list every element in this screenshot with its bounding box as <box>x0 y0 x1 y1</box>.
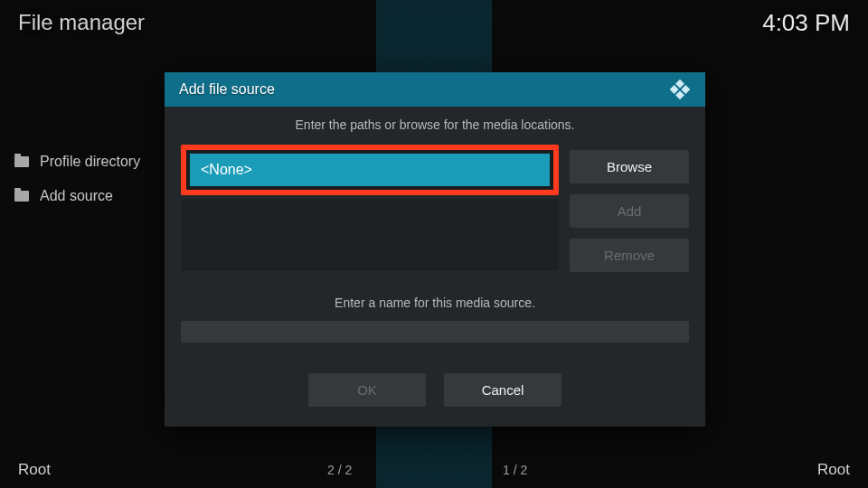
add-button[interactable]: Add <box>570 194 689 228</box>
name-instruction: Enter a name for this media source. <box>181 296 689 310</box>
name-input[interactable] <box>181 321 689 343</box>
remove-button[interactable]: Remove <box>570 239 689 272</box>
dialog-body: Enter the paths or browse for the media … <box>165 107 705 427</box>
path-list-empty-area[interactable] <box>181 199 559 271</box>
svg-rect-0 <box>675 80 684 89</box>
dialog-overlay: Add file source Enter the paths or brows… <box>0 0 868 488</box>
path-section: <None> Browse Add Remove <box>181 145 689 272</box>
path-input[interactable]: <None> <box>190 154 550 186</box>
dialog-title: Add file source <box>179 81 275 98</box>
svg-rect-3 <box>675 90 684 99</box>
path-instruction: Enter the paths or browse for the media … <box>181 117 689 132</box>
add-file-source-dialog: Add file source Enter the paths or brows… <box>165 72 705 427</box>
kodi-logo-icon <box>669 79 691 100</box>
path-input-highlight: <None> <box>181 145 559 195</box>
dialog-header: Add file source <box>165 72 705 107</box>
path-list: <None> <box>181 145 559 271</box>
cancel-button[interactable]: Cancel <box>444 373 561 407</box>
ok-button[interactable]: OK <box>308 373 426 407</box>
path-button-column: Browse Add Remove <box>570 150 689 272</box>
svg-rect-1 <box>681 85 690 94</box>
browse-button[interactable]: Browse <box>570 150 689 183</box>
svg-rect-2 <box>670 85 679 94</box>
dialog-footer: OK Cancel <box>181 373 689 407</box>
